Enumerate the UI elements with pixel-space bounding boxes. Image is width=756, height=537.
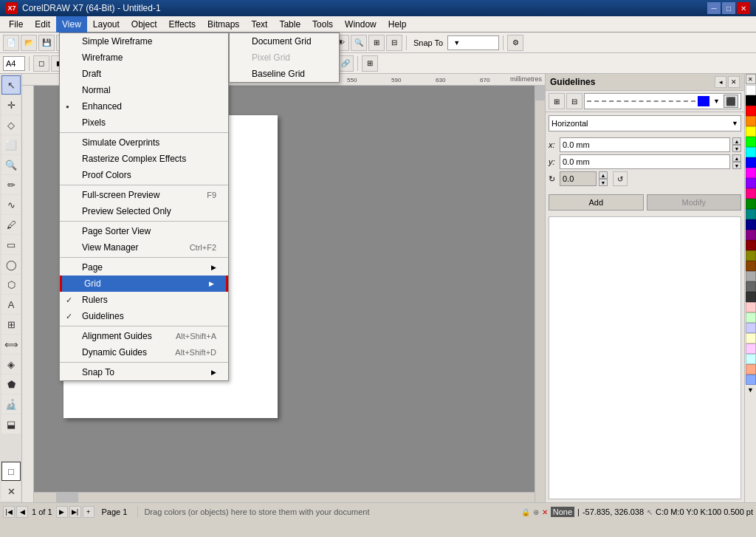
add-page-btn[interactable]: + xyxy=(83,506,94,518)
close-button[interactable]: ✕ xyxy=(737,2,750,14)
palette-white[interactable] xyxy=(746,85,756,95)
menu-item-pixel-grid[interactable]: Pixel Grid xyxy=(230,49,339,66)
palette-color-12[interactable] xyxy=(746,219,756,230)
menu-item-alignment-guides[interactable]: Alignment Guides Alt+Shift+A xyxy=(60,328,228,344)
palette-color-8[interactable] xyxy=(746,178,756,188)
no-fill-btn[interactable]: ✕ xyxy=(746,74,756,84)
color-dropdown-arrow[interactable]: ▼ xyxy=(713,98,720,105)
menu-table[interactable]: Table xyxy=(273,16,306,33)
shape-tool[interactable]: ◇ xyxy=(1,115,21,134)
tb2-lock-btn[interactable]: 🔗 xyxy=(337,55,354,72)
palette-color-25[interactable] xyxy=(746,354,756,364)
palette-color-11[interactable] xyxy=(746,209,756,219)
palette-color-16[interactable] xyxy=(746,261,756,271)
palette-color-2[interactable] xyxy=(746,116,756,126)
palette-color-5[interactable] xyxy=(746,147,756,157)
tb2-btn1[interactable]: ◻ xyxy=(33,55,49,72)
x-coord-input[interactable]: 0.0 mm xyxy=(560,137,730,152)
last-page-btn[interactable]: ▶| xyxy=(69,506,81,518)
palette-color-20[interactable] xyxy=(746,302,756,312)
bezier-tool[interactable]: ∿ xyxy=(1,195,21,214)
menu-item-dynamic-guides[interactable]: Dynamic Guides Alt+Shift+D xyxy=(60,344,228,360)
menu-item-proof-colors[interactable]: Proof Colors xyxy=(60,167,228,183)
ellipse-tool[interactable]: ◯ xyxy=(1,255,21,274)
palette-color-22[interactable] xyxy=(746,323,756,333)
smart-fill[interactable]: ⬟ xyxy=(1,374,21,394)
menu-item-draft[interactable]: Draft xyxy=(60,66,228,82)
palette-color-10[interactable] xyxy=(746,199,756,209)
palette-color-3[interactable] xyxy=(746,126,756,137)
guideline-add-btn[interactable]: ⊞ xyxy=(549,93,565,109)
open-button[interactable]: 📂 xyxy=(21,35,37,51)
menu-item-pixels[interactable]: Pixels xyxy=(60,114,228,131)
menu-item-simulate-overprints[interactable]: Simulate Overprints xyxy=(60,134,228,151)
color-pick-btn[interactable]: ⬛ xyxy=(724,95,738,108)
snap-to-selector[interactable]: ▼ xyxy=(447,35,499,50)
menu-item-page[interactable]: Page ▶ xyxy=(60,259,228,276)
palette-color-15[interactable] xyxy=(746,250,756,261)
fill-color-btn[interactable]: □ xyxy=(1,462,21,481)
x-down-btn[interactable]: ▼ xyxy=(732,145,741,152)
menu-object[interactable]: Object xyxy=(126,16,163,33)
save-button[interactable]: 💾 xyxy=(38,35,55,51)
view-mode-btn3[interactable]: ⊞ xyxy=(368,35,385,51)
fill-tool[interactable]: ◈ xyxy=(1,355,21,374)
stroke-color-btn[interactable]: ✕ xyxy=(1,482,21,501)
menu-effects[interactable]: Effects xyxy=(163,16,202,33)
y-coord-input[interactable]: 0.0 mm xyxy=(560,154,730,169)
menu-edit[interactable]: Edit xyxy=(29,16,56,33)
y-down-btn[interactable]: ▼ xyxy=(732,162,741,169)
palette-color-18[interactable] xyxy=(746,281,756,292)
select-tool[interactable]: ↖ xyxy=(1,75,21,95)
palette-color-13[interactable] xyxy=(746,230,756,240)
menu-item-simple-wireframe[interactable]: Simple Wireframe xyxy=(60,33,228,49)
orientation-selector[interactable]: Horizontal ▼ xyxy=(549,115,741,131)
modify-guideline-btn[interactable]: Modify xyxy=(647,194,742,211)
menu-item-enhanced[interactable]: Enhanced xyxy=(60,98,228,114)
menu-item-normal[interactable]: Normal xyxy=(60,82,228,98)
blend-tool[interactable]: ⟺ xyxy=(1,335,21,354)
view-mode-btn4[interactable]: ⊟ xyxy=(386,35,402,51)
color-eyedropper[interactable]: 🔬 xyxy=(1,394,21,414)
palette-black[interactable] xyxy=(746,95,756,106)
prev-page-btn[interactable]: ◀ xyxy=(16,506,28,518)
menu-item-rulers[interactable]: Rulers xyxy=(60,292,228,308)
menu-item-snap-to[interactable]: Snap To ▶ xyxy=(60,364,228,380)
scrollbar-horizontal[interactable] xyxy=(34,492,535,502)
rotate-btn[interactable]: ↺ xyxy=(613,171,628,186)
angle-input[interactable]: 0.0 xyxy=(560,171,597,186)
palette-color-19[interactable] xyxy=(746,292,756,302)
artpen-tool[interactable]: 🖊 xyxy=(1,215,21,234)
menu-tools[interactable]: Tools xyxy=(306,16,339,33)
next-page-btn[interactable]: ▶ xyxy=(56,506,68,518)
menu-view[interactable]: View xyxy=(56,16,87,33)
palette-color-24[interactable] xyxy=(746,343,756,354)
menu-text[interactable]: Text xyxy=(245,16,273,33)
palette-color-1[interactable] xyxy=(746,106,756,116)
x-up-btn[interactable]: ▲ xyxy=(732,137,741,145)
crop-tool[interactable]: ⬜ xyxy=(1,135,21,154)
y-up-btn[interactable]: ▲ xyxy=(732,154,741,162)
menu-item-grid[interactable]: Grid ▶ xyxy=(60,276,228,292)
menu-file[interactable]: File xyxy=(3,16,29,33)
menu-item-baseline-grid[interactable]: Baseline Grid xyxy=(230,66,339,82)
menu-item-document-grid[interactable]: Document Grid xyxy=(230,33,339,49)
menu-item-wireframe[interactable]: Wireframe xyxy=(60,49,228,66)
guideline-remove-btn[interactable]: ⊟ xyxy=(566,93,583,109)
menu-item-preview-selected[interactable]: Preview Selected Only xyxy=(60,203,228,219)
minimize-button[interactable]: ─ xyxy=(707,2,721,14)
zoom-tool[interactable]: 🔍 xyxy=(1,155,21,174)
pick-tool[interactable]: ✛ xyxy=(1,95,21,114)
palette-color-6[interactable] xyxy=(746,157,756,168)
color-line-select[interactable]: ▼ ⬛ xyxy=(584,93,741,109)
palette-color-26[interactable] xyxy=(746,364,756,374)
interactive-fill[interactable]: ⬓ xyxy=(1,414,21,434)
palette-color-14[interactable] xyxy=(746,240,756,250)
palette-color-9[interactable] xyxy=(746,188,756,199)
scrollbar-vertical[interactable] xyxy=(535,86,545,502)
table-tool[interactable]: ⊞ xyxy=(1,315,21,334)
menu-help[interactable]: Help xyxy=(382,16,413,33)
menu-layout[interactable]: Layout xyxy=(87,16,126,33)
angle-down-btn[interactable]: ▼ xyxy=(599,179,608,186)
palette-color-7[interactable] xyxy=(746,168,756,178)
